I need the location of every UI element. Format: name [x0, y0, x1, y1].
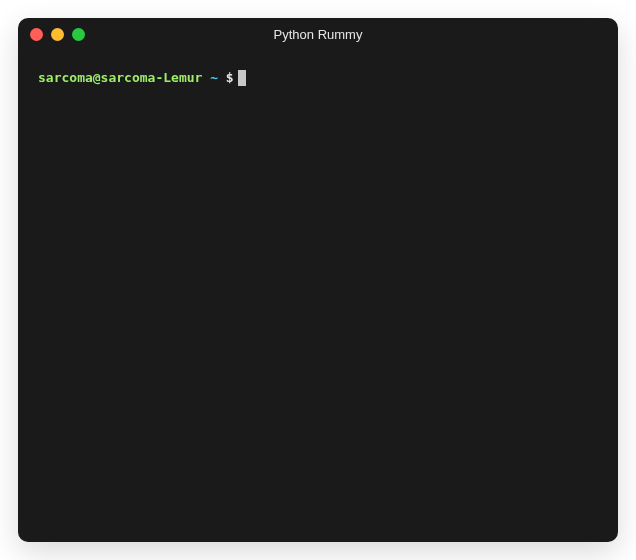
- terminal-window: Python Rummy sarcoma@sarcoma-Lemur ~ $: [18, 18, 618, 542]
- prompt-separator: [202, 68, 210, 88]
- prompt-separator: [218, 68, 226, 88]
- window-title: Python Rummy: [18, 27, 618, 42]
- cursor-icon: [238, 70, 246, 86]
- titlebar: Python Rummy: [18, 18, 618, 50]
- traffic-lights: [30, 28, 85, 41]
- prompt-path: ~: [210, 68, 218, 88]
- prompt-symbol: $: [226, 68, 234, 88]
- prompt-line: sarcoma@sarcoma-Lemur ~ $: [38, 68, 598, 88]
- terminal-body[interactable]: sarcoma@sarcoma-Lemur ~ $: [18, 50, 618, 542]
- maximize-icon[interactable]: [72, 28, 85, 41]
- close-icon[interactable]: [30, 28, 43, 41]
- prompt-user-host: sarcoma@sarcoma-Lemur: [38, 68, 202, 88]
- minimize-icon[interactable]: [51, 28, 64, 41]
